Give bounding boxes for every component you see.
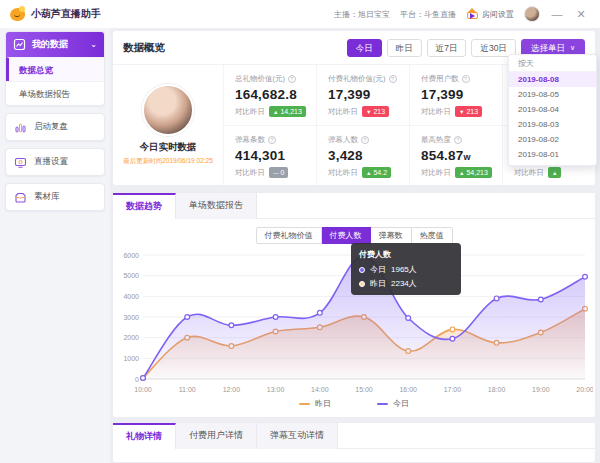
info-icon[interactable]	[462, 75, 470, 83]
realtime-data-label: 今日实时数据	[140, 141, 197, 154]
monitor-icon	[14, 156, 27, 169]
stat-label: 弹幕人数	[328, 135, 358, 145]
app-title: 小葫芦直播助手	[31, 7, 101, 21]
range-7days-button[interactable]: 近7日	[427, 39, 467, 57]
stat-card-total-gift-value: 总礼物价值(元) 164,682.8 对比昨日 ▲14,213	[223, 65, 316, 125]
anchor-profile: 今日实时数据 最后更新时间2019/06/19 02:25	[113, 65, 223, 185]
tab-paid-user-details[interactable]: 付费用户详情	[176, 423, 257, 449]
info-icon[interactable]	[454, 136, 462, 144]
dropdown-header: 按天	[509, 55, 596, 72]
tab-session-report[interactable]: 单场数据报告	[176, 193, 257, 219]
tooltip-title: 付费人数	[359, 249, 453, 260]
svg-text:4000: 4000	[123, 293, 139, 300]
user-avatar[interactable]	[524, 6, 540, 22]
up-arrow-icon: ▲	[552, 170, 557, 176]
last-updated-label: 最后更新时间2019/06/19 02:25	[123, 157, 213, 166]
svg-text:10:00: 10:00	[134, 386, 152, 393]
range-yesterday-button[interactable]: 昨日	[387, 39, 422, 57]
stat-label: 付费礼物价值(元)	[328, 74, 386, 84]
tab-danmaku-interaction-details[interactable]: 弹幕互动详情	[257, 423, 338, 449]
stat-value: 17,399	[328, 87, 409, 102]
compare-label: 对比昨日	[328, 107, 358, 117]
delta-badge-up: ▲54.2	[362, 167, 391, 178]
compare-label: 对比昨日	[235, 168, 265, 178]
filter-danmaku-count[interactable]: 弹幕数	[371, 227, 412, 244]
delta-badge-flat: —0	[269, 167, 288, 178]
detail-tabs-panel: 礼物详情 付费用户详情 弹幕互动详情	[112, 422, 596, 463]
stat-card-paid-gift-value: 付费礼物价值(元) 17,399 对比昨日 ▼213	[316, 65, 409, 125]
svg-text:2000: 2000	[123, 334, 139, 341]
stat-label: 弹幕条数	[235, 135, 265, 145]
down-arrow-icon: ▼	[459, 109, 464, 115]
today-dot-icon	[359, 267, 365, 273]
yesterday-dot-icon	[359, 281, 365, 287]
stat-card-danmaku-count: 弹幕条数 414,301 对比昨日 —0	[223, 125, 316, 185]
chart-tooltip: 付费人数 今日1965人 昨日2234人	[351, 243, 461, 295]
gourd-logo-icon	[10, 6, 26, 22]
info-icon[interactable]	[361, 136, 369, 144]
stat-value: 17,399	[421, 87, 502, 102]
sidebar-group-my-data: 我的数据 ⌄ 数据总览 单场数据报告	[5, 31, 105, 106]
svg-text:11:00: 11:00	[179, 386, 196, 393]
svg-text:18:00: 18:00	[488, 386, 506, 393]
legend-dash-icon	[377, 403, 388, 405]
legend-dash-icon	[299, 403, 310, 405]
stat-value: 414,301	[235, 148, 316, 163]
sidebar-item-library[interactable]: 素材库	[6, 184, 104, 210]
stat-label: 最高热度	[421, 135, 451, 145]
detail-tabbar: 礼物详情 付费用户详情 弹幕互动详情	[113, 423, 595, 449]
sidebar-item-session-report[interactable]: 单场数据报告	[6, 81, 104, 105]
tab-gift-details[interactable]: 礼物详情	[113, 423, 176, 449]
app-logo: 小葫芦直播助手	[0, 6, 101, 22]
down-arrow-icon: ▼	[366, 109, 371, 115]
stat-card-paid-users: 付费用户数 17,399 对比昨日 ▼213	[409, 65, 502, 125]
range-today-button[interactable]: 今日	[347, 39, 382, 57]
trend-tabbar: 数据趋势 单场数据报告	[113, 193, 595, 219]
tooltip-series-value: 2234人	[391, 278, 417, 289]
info-icon[interactable]	[268, 136, 276, 144]
delta-badge-down: ▼213	[455, 106, 482, 117]
legend-item[interactable]: 今日	[377, 398, 409, 409]
sidebar-item-label: 启动复盘	[34, 121, 68, 133]
compare-label: 对比昨日	[421, 107, 451, 117]
svg-text:0: 0	[135, 376, 139, 383]
stat-card-max-heat: 最高热度 854.87w 对比昨日 ▲54,213	[409, 125, 502, 185]
compare-label: 对比昨日	[514, 168, 544, 178]
dropdown-date-item[interactable]: 2019-08-08	[509, 72, 596, 87]
room-settings-button[interactable]: 房间设置	[466, 8, 514, 20]
filter-heat-value[interactable]: 热度值	[412, 227, 453, 244]
dropdown-date-item[interactable]: 2019-08-04	[509, 102, 596, 117]
svg-text:19:00: 19:00	[532, 386, 550, 393]
info-icon[interactable]	[389, 75, 397, 83]
svg-text:17:00: 17:00	[444, 386, 462, 393]
legend-item[interactable]: 昨日	[299, 398, 331, 409]
filter-paid-gift-value[interactable]: 付费礼物价值	[256, 227, 322, 244]
sidebar-card-library: 素材库	[5, 183, 105, 211]
sidebar-card-replay: 启动复盘	[5, 113, 105, 141]
archive-box-icon	[14, 191, 27, 204]
sidebar-item-replay[interactable]: 启动复盘	[6, 114, 104, 140]
stat-label: 总礼物价值(元)	[235, 74, 285, 84]
info-icon[interactable]	[288, 75, 296, 83]
dropdown-date-item[interactable]: 2019-08-01	[509, 147, 596, 162]
dropdown-date-item[interactable]: 2019-08-02	[509, 132, 596, 147]
stat-value: 3,428	[328, 148, 409, 163]
legend-label: 今日	[393, 398, 409, 409]
sidebar-item-data-overview[interactable]: 数据总览	[6, 57, 104, 81]
svg-text:13:00: 13:00	[267, 386, 285, 393]
filter-paid-users[interactable]: 付费人数	[322, 227, 371, 244]
tab-data-trend[interactable]: 数据趋势	[113, 193, 176, 219]
dropdown-date-item[interactable]: 2019-08-03	[509, 117, 596, 132]
close-button[interactable]: ✕	[574, 7, 588, 21]
svg-text:6000: 6000	[123, 252, 139, 259]
stat-value: 854.87	[421, 148, 464, 163]
titlebar: 小葫芦直播助手 主播：旭日宝宝 平台：斗鱼直播 房间设置 — ✕	[0, 0, 600, 28]
data-trend-panel: 数据趋势 单场数据报告 付费礼物价值 付费人数 弹幕数 热度值 01000200…	[112, 192, 596, 418]
sidebar-item-my-data[interactable]: 我的数据 ⌄	[6, 32, 104, 57]
delta-badge-up: ▲	[548, 167, 561, 178]
dropdown-date-item[interactable]: 2019-08-05	[509, 87, 596, 102]
sidebar-item-live-settings[interactable]: 直播设置	[6, 149, 104, 175]
up-arrow-icon: ▲	[459, 170, 464, 176]
up-arrow-icon: ▲	[366, 170, 371, 176]
minimize-button[interactable]: —	[550, 7, 564, 21]
